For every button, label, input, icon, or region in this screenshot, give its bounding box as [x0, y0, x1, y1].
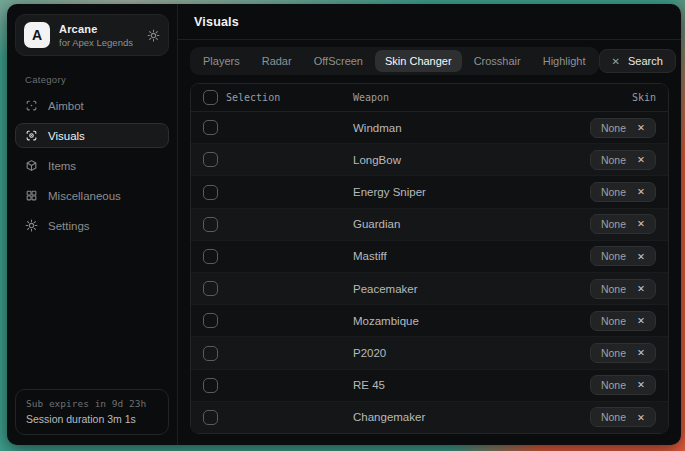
table-row: MozambiqueNone✕	[191, 305, 668, 337]
app-name: Arcane	[59, 23, 138, 35]
row-selection-cell	[203, 152, 353, 167]
table-row: PeacemakerNone✕	[191, 273, 668, 305]
session-duration-text: Session duration 3m 1s	[26, 413, 158, 425]
table-row: ChangemakerNone✕	[191, 402, 668, 433]
sidebar-item-items[interactable]: Items	[15, 153, 169, 178]
clear-skin-icon[interactable]: ✕	[637, 123, 645, 133]
app-header-card: A Arcane for Apex Legends	[15, 14, 169, 56]
skin-value: None	[601, 411, 626, 423]
category-label: Category	[25, 74, 159, 85]
row-checkbox[interactable]	[203, 120, 218, 135]
row-checkbox[interactable]	[203, 217, 218, 232]
row-selection-cell	[203, 346, 353, 361]
column-header-weapon: Weapon	[353, 92, 632, 103]
skin-value: None	[601, 283, 626, 295]
row-selection-cell	[203, 185, 353, 200]
clear-skin-icon[interactable]: ✕	[637, 252, 645, 262]
skin-value: None	[601, 315, 626, 327]
column-header-selection: Selection	[226, 92, 280, 103]
row-checkbox[interactable]	[203, 410, 218, 425]
table-row: P2020None✕	[191, 337, 668, 369]
clear-skin-icon[interactable]: ✕	[637, 316, 645, 326]
grid-icon	[25, 189, 38, 202]
clear-skin-icon[interactable]: ✕	[637, 155, 645, 165]
table-header-row: Selection Weapon Skin	[191, 84, 668, 112]
skin-select-badge[interactable]: None✕	[590, 279, 656, 299]
row-checkbox[interactable]	[203, 281, 218, 296]
table-row: WindmanNone✕	[191, 112, 668, 144]
row-selection-cell	[203, 378, 353, 393]
weapon-name: LongBow	[353, 154, 590, 166]
sub-expires-text: Sub expires in 9d 23h	[26, 398, 158, 409]
sidebar-item-aimbot[interactable]: Aimbot	[15, 93, 169, 118]
tab-bar: PlayersRadarOffScreenSkin ChangerCrossha…	[190, 47, 599, 75]
sidebar-spacer	[15, 238, 169, 389]
search-button-label: Search	[628, 55, 663, 67]
row-checkbox[interactable]	[203, 185, 218, 200]
sidebar-item-miscellaneous[interactable]: Miscellaneous	[15, 183, 169, 208]
search-shortcut-icon: ✕	[612, 56, 620, 67]
skin-changer-table: Selection Weapon Skin WindmanNone✕LongBo…	[190, 83, 669, 434]
table-row: MastiffNone✕	[191, 241, 668, 273]
weapon-name: Peacemaker	[353, 283, 590, 295]
weapon-name: Mastiff	[353, 250, 590, 262]
toolbar: PlayersRadarOffScreenSkin ChangerCrossha…	[178, 40, 681, 81]
row-skin-cell: None✕	[590, 375, 656, 395]
sidebar-item-label: Aimbot	[48, 100, 84, 112]
desktop-background: A Arcane for Apex Legends Category Aimbo…	[0, 0, 685, 451]
tab-skin-changer[interactable]: Skin Changer	[375, 50, 462, 72]
weapon-name: Mozambique	[353, 315, 590, 327]
search-button[interactable]: ✕ Search	[599, 49, 676, 73]
skin-select-badge[interactable]: None✕	[590, 375, 656, 395]
app-logo: A	[24, 22, 50, 48]
skin-select-badge[interactable]: None✕	[590, 214, 656, 234]
weapon-name: Energy Sniper	[353, 186, 590, 198]
tab-radar[interactable]: Radar	[252, 50, 302, 72]
row-selection-cell	[203, 313, 353, 328]
row-selection-cell	[203, 249, 353, 264]
row-skin-cell: None✕	[590, 343, 656, 363]
row-checkbox[interactable]	[203, 249, 218, 264]
clear-skin-icon[interactable]: ✕	[637, 219, 645, 229]
cube-icon	[25, 159, 38, 172]
skin-select-badge[interactable]: None✕	[590, 246, 656, 266]
row-checkbox[interactable]	[203, 152, 218, 167]
clear-skin-icon[interactable]: ✕	[637, 380, 645, 390]
row-skin-cell: None✕	[590, 279, 656, 299]
row-skin-cell: None✕	[590, 182, 656, 202]
clear-skin-icon[interactable]: ✕	[637, 187, 645, 197]
sidebar-menu: AimbotVisualsItemsMiscellaneousSettings	[15, 93, 169, 238]
row-checkbox[interactable]	[203, 378, 218, 393]
table-row: RE 45None✕	[191, 370, 668, 402]
sidebar-item-label: Items	[48, 160, 76, 172]
skin-value: None	[601, 250, 626, 262]
column-header-skin: Skin	[632, 92, 656, 103]
row-skin-cell: None✕	[590, 150, 656, 170]
tab-crosshair[interactable]: Crosshair	[464, 50, 531, 72]
clear-skin-icon[interactable]: ✕	[637, 348, 645, 358]
skin-select-badge[interactable]: None✕	[590, 118, 656, 138]
select-all-checkbox[interactable]	[203, 90, 218, 105]
tab-players[interactable]: Players	[193, 50, 250, 72]
gear-icon[interactable]	[147, 29, 160, 42]
app-meta: Arcane for Apex Legends	[59, 23, 138, 48]
row-skin-cell: None✕	[590, 407, 656, 427]
row-checkbox[interactable]	[203, 313, 218, 328]
table-row: GuardianNone✕	[191, 209, 668, 241]
clear-skin-icon[interactable]: ✕	[637, 413, 645, 423]
skin-select-badge[interactable]: None✕	[590, 407, 656, 427]
sidebar-item-settings[interactable]: Settings	[15, 213, 169, 238]
row-skin-cell: None✕	[590, 246, 656, 266]
skin-select-badge[interactable]: None✕	[590, 150, 656, 170]
tab-offscreen[interactable]: OffScreen	[304, 50, 373, 72]
tab-highlight[interactable]: Highlight	[533, 50, 596, 72]
weapon-name: Windman	[353, 122, 590, 134]
row-selection-cell	[203, 281, 353, 296]
weapon-name: P2020	[353, 347, 590, 359]
skin-select-badge[interactable]: None✕	[590, 343, 656, 363]
clear-skin-icon[interactable]: ✕	[637, 284, 645, 294]
skin-select-badge[interactable]: None✕	[590, 311, 656, 331]
skin-select-badge[interactable]: None✕	[590, 182, 656, 202]
sidebar-item-visuals[interactable]: Visuals	[15, 123, 169, 148]
row-checkbox[interactable]	[203, 346, 218, 361]
